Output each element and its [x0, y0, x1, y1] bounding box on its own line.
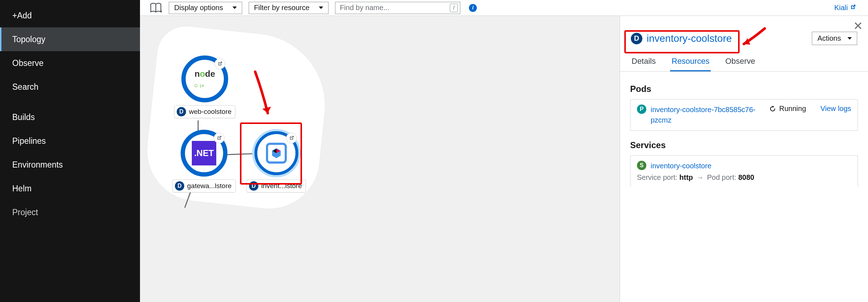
node-label: D gatewa...lstore: [172, 179, 236, 192]
sidebar-item-search[interactable]: Search: [0, 75, 140, 99]
service-card: S inventory-coolstore Service port: http…: [630, 155, 858, 187]
node-web-coolstore[interactable]: node⬡ js D web-coolstore: [174, 55, 235, 118]
panel-header: D inventory-coolstore Actions: [620, 16, 868, 52]
arrow-right-icon: →: [696, 173, 704, 182]
node-label-text: gatewa...lstore: [187, 182, 232, 190]
filter-label: Filter by resource: [254, 4, 310, 12]
service-badge: S: [637, 161, 646, 170]
external-link-icon: [850, 4, 856, 12]
info-icon[interactable]: i: [469, 4, 477, 12]
panel-tabs: Details Resources Observe: [620, 52, 868, 72]
service-link[interactable]: inventory-coolstore: [651, 161, 851, 171]
node-label: D web-coolstore: [174, 105, 235, 118]
open-url-icon[interactable]: [214, 58, 225, 69]
deployment-badge: D: [177, 107, 186, 116]
sidebar-item-environments[interactable]: Environments: [0, 153, 140, 177]
node-gateway-coolstore[interactable]: .NET D gatewa...lstore: [172, 130, 236, 192]
filter-dropdown[interactable]: Filter by resource: [249, 2, 329, 14]
deployment-badge: D: [175, 181, 184, 191]
tab-resources[interactable]: Resources: [670, 52, 711, 71]
slash-shortcut-badge: /: [450, 4, 458, 12]
service-port-label: Service port:: [637, 173, 677, 181]
deployment-badge: D: [631, 33, 642, 44]
sidebar-item-topology[interactable]: Topology: [0, 27, 140, 51]
display-options-label: Display options: [174, 4, 223, 12]
search-input[interactable]: [340, 4, 450, 12]
pods-heading: Pods: [630, 84, 858, 94]
sidebar-item-add[interactable]: +Add: [0, 4, 140, 27]
sidebar-item-project[interactable]: Project: [0, 200, 140, 224]
details-panel: ✕ D inventory-coolstore Actions Details …: [620, 16, 868, 302]
sidebar-item-observe[interactable]: Observe: [0, 51, 140, 75]
pod-port-label: Pod port:: [707, 173, 736, 181]
kiali-link[interactable]: Kiali: [834, 4, 856, 12]
book-view-icon[interactable]: +: [150, 3, 162, 13]
tab-observe[interactable]: Observe: [724, 52, 756, 71]
tab-details[interactable]: Details: [630, 52, 657, 71]
find-by-name-field[interactable]: /: [335, 2, 460, 14]
pod-port-value: 8080: [738, 173, 754, 181]
open-url-icon[interactable]: [214, 133, 225, 143]
sidebar-item-helm[interactable]: Helm: [0, 177, 140, 200]
topbar: + Display options Filter by resource / i…: [140, 0, 868, 16]
node-label: D invent...lstore: [247, 179, 306, 192]
services-heading: Services: [630, 140, 858, 150]
dotnet-logo: .NET: [192, 141, 216, 165]
node-inventory-coolstore[interactable]: D invent...lstore: [247, 130, 306, 192]
service-port-line: Service port: http → Pod port: 8080: [637, 173, 851, 182]
nodejs-logo: node⬡ js: [194, 69, 215, 89]
sync-icon: [769, 105, 776, 112]
svg-text:+: +: [160, 8, 162, 13]
node-label-text: invent...lstore: [261, 182, 302, 190]
pod-link[interactable]: inventory-coolstore-7bc8585c76-pzcmz: [651, 105, 765, 125]
close-icon[interactable]: ✕: [853, 20, 863, 32]
sidebar: +Add Topology Observe Search Builds Pipe…: [0, 0, 140, 302]
open-url-icon[interactable]: [286, 133, 297, 143]
panel-body: Pods P inventory-coolstore-7bc8585c76-pz…: [620, 72, 868, 205]
caret-down-icon: [847, 37, 852, 40]
pod-card: P inventory-coolstore-7bc8585c76-pzcmz R…: [630, 99, 858, 131]
display-options-dropdown[interactable]: Display options: [169, 2, 242, 14]
actions-dropdown[interactable]: Actions: [812, 32, 857, 45]
pod-status-text: Running: [779, 105, 806, 113]
kiali-label: Kiali: [834, 4, 848, 12]
service-port-name: http: [679, 173, 693, 181]
node-label-text: web-coolstore: [189, 108, 231, 116]
sidebar-item-builds[interactable]: Builds: [0, 105, 140, 129]
panel-title[interactable]: inventory-coolstore: [647, 33, 732, 44]
deployment-badge: D: [249, 181, 258, 191]
caret-down-icon: [319, 6, 323, 9]
actions-label: Actions: [817, 34, 841, 43]
caret-down-icon: [232, 6, 237, 9]
view-logs-link[interactable]: View logs: [820, 105, 851, 113]
sidebar-item-pipelines[interactable]: Pipelines: [0, 129, 140, 153]
pod-badge: P: [637, 105, 646, 114]
pod-status: Running: [769, 105, 806, 113]
